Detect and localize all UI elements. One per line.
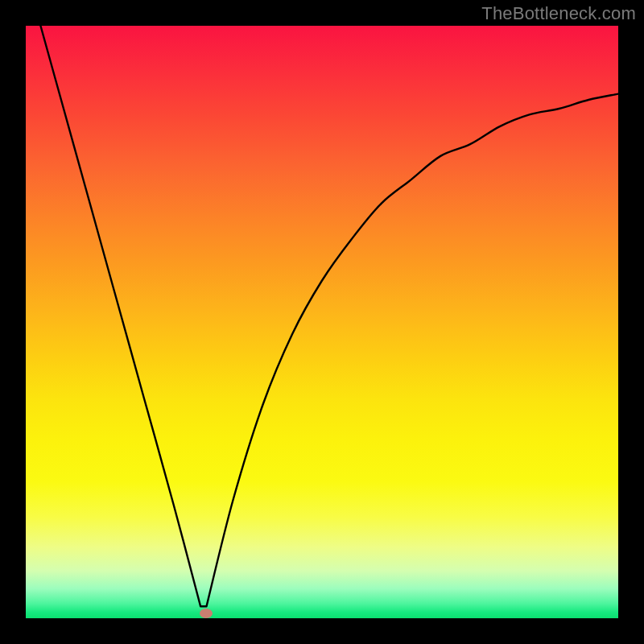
optimum-marker xyxy=(200,609,213,618)
bottleneck-curve xyxy=(26,26,618,618)
plot-area xyxy=(26,26,618,618)
chart-frame: TheBottleneck.com xyxy=(0,0,644,644)
attribution-text: TheBottleneck.com xyxy=(481,3,636,24)
